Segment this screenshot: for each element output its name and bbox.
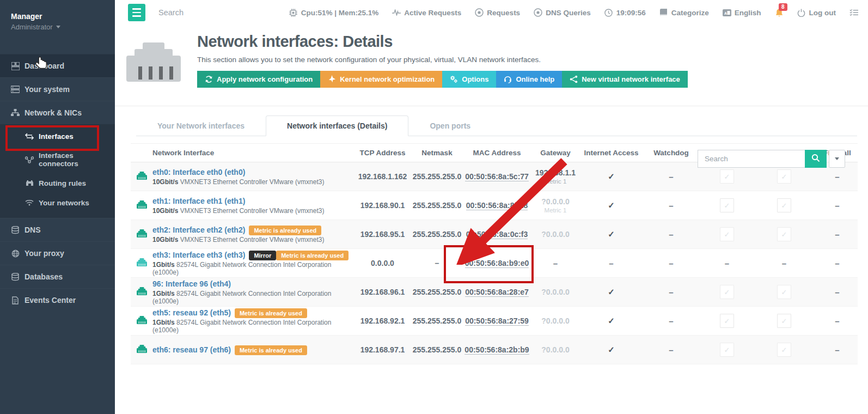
search-icon — [811, 154, 820, 164]
sidebar-item-network-nics[interactable]: Network & NICs — [0, 101, 115, 124]
sidebar-item-interfaces-connectors[interactable]: Interfaces connectors — [0, 146, 115, 173]
ethernet-port-icon — [126, 33, 181, 88]
watchdog-status: – — [643, 201, 700, 210]
tab-network-interfaces-details[interactable]: Network interfaces (Details) — [266, 115, 408, 136]
sidebar-item-your-proxy[interactable]: Your proxy — [0, 241, 115, 265]
badge-dark: Mirror — [249, 251, 276, 260]
interface-link[interactable]: eth6: reseau 97 (eth6) — [152, 345, 231, 354]
logout-button[interactable]: Log out — [797, 8, 836, 17]
page-title: Network interfaces: Details — [197, 33, 868, 51]
tasks-button[interactable] — [849, 8, 858, 17]
chevron-down-icon — [835, 157, 839, 160]
masquerade-checkbox[interactable]: ✓ — [754, 169, 814, 184]
file-icon — [11, 296, 20, 305]
masquerade-checkbox[interactable]: ✓ — [754, 227, 814, 241]
proxy-arp-checkbox[interactable]: ✓ — [700, 343, 754, 357]
sidebar-item-routing-rules[interactable]: Routing rules — [0, 173, 115, 193]
netmask: 255.255.255.0 — [411, 345, 463, 354]
interface-link[interactable]: eth5: reseau 92 (eth5) — [152, 308, 231, 317]
masquerade-checkbox[interactable]: ✓ — [754, 314, 814, 328]
watchdog-status: – — [643, 316, 700, 326]
categorize-link[interactable]: Categorize — [659, 8, 709, 17]
gateway: – — [531, 259, 580, 268]
masquerade-checkbox[interactable]: ✓ — [754, 198, 814, 212]
interface-link[interactable]: eth2: Interface eth2 (eth2) — [152, 226, 245, 234]
apply-network-configuration-button[interactable]: Apply network configuration — [197, 71, 320, 88]
interfaces-table: Network Interface TCP Address Netmask MA… — [131, 143, 858, 364]
proxy-arp-checkbox[interactable]: ✓ — [700, 198, 754, 212]
interface-link[interactable]: 96: Interface 96 (eth4) — [152, 279, 231, 288]
netmask: 255.255.255.0 — [411, 201, 463, 210]
notifications-button[interactable]: 8 — [775, 8, 784, 17]
col-internet-access: Internet Access — [580, 149, 643, 157]
microchip-icon — [289, 8, 298, 17]
interface-link[interactable]: eth0: Interface eth0 (eth0) — [152, 168, 245, 176]
table-search-input[interactable] — [698, 150, 805, 168]
user-block: Manager Administrator — [0, 0, 115, 39]
sidebar-item-events-center[interactable]: Events Center — [0, 288, 115, 312]
mac-address-link[interactable]: 00:50:56:8a:2b:b9 — [464, 345, 529, 355]
hamburger-menu-button[interactable] — [128, 4, 145, 21]
badge-warning: Metric is already used — [249, 226, 321, 235]
tab-open-ports[interactable]: Open ports — [408, 115, 492, 136]
user-name: Manager — [11, 12, 104, 21]
active-requests-link[interactable]: Active Requests — [392, 8, 461, 17]
ethernet-port-icon — [137, 258, 147, 268]
badge-warning: Metric is already used — [276, 251, 349, 260]
sitemap-icon — [11, 108, 20, 117]
sidebar-item-dns[interactable]: DNS — [0, 218, 115, 241]
interface-link[interactable]: eth3: Interface eth3 (eth3) — [152, 251, 245, 259]
mac-address-link[interactable]: 00:50:56:8a:5c:77 — [465, 172, 529, 181]
mac-address-link[interactable]: 00:50:56:8a:27:59 — [465, 316, 529, 326]
proxy-arp-checkbox[interactable]: ✓ — [700, 314, 754, 328]
dns-queries-link[interactable]: DNS Queries — [534, 8, 591, 17]
firewall-status: – — [814, 230, 860, 239]
tab-your-network-interfaces[interactable]: Your Network interfaces — [136, 115, 266, 136]
mac-address-link[interactable]: 00:50:56:8a:28:e7 — [465, 288, 529, 297]
table-search — [698, 150, 845, 168]
options-button[interactable]: Options — [442, 71, 496, 88]
col-netmask: Netmask — [411, 149, 463, 157]
proxy-arp-checkbox[interactable]: – — [700, 259, 754, 268]
proxy-arp-checkbox[interactable]: ✓ — [700, 227, 754, 241]
interface-description: 10Gbit/s VMXNET3 Ethernet Controller VMw… — [152, 178, 351, 186]
new-virtual-network-interface-button[interactable]: New virtual network interface — [562, 71, 688, 88]
mac-address-link[interactable]: 00:50:56:8a:0c:f3 — [466, 230, 528, 239]
watchdog-status: – — [643, 172, 700, 181]
user-role-dropdown[interactable]: Administrator — [11, 23, 104, 31]
sidebar-item-databases[interactable]: Databases — [0, 265, 115, 288]
interface-link[interactable]: eth1: Interface eth1 (eth1) — [152, 197, 245, 205]
interface-description: 10Gbit/s VMXNET3 Ethernet Controller VMw… — [152, 207, 351, 215]
sidebar-item-your-system[interactable]: Your system — [0, 77, 115, 101]
watchdog-status: – — [643, 230, 700, 239]
table-search-options-button[interactable] — [829, 150, 845, 168]
mac-address-link[interactable]: 00:50:56:8a:b9:e0 — [465, 259, 529, 268]
internet-access-status: ✓ — [580, 229, 643, 239]
proxy-arp-checkbox[interactable]: ✓ — [700, 169, 754, 184]
internet-access-status: – — [580, 259, 643, 268]
firewall-status: – — [814, 345, 860, 355]
proxy-arp-checkbox[interactable]: ✓ — [700, 285, 754, 299]
table-search-button[interactable] — [805, 150, 827, 168]
requests-link[interactable]: Requests — [475, 8, 520, 17]
sidebar-item-your-networks[interactable]: Your networks — [0, 193, 115, 212]
table-row: eth6: reseau 97 (eth6) Metric is already… — [131, 336, 858, 364]
sidebar-item-interfaces[interactable]: Interfaces — [0, 126, 115, 146]
masquerade-checkbox[interactable]: ✓ — [754, 343, 814, 357]
page-subtitle: This section allows you to set the netwo… — [197, 56, 868, 64]
netmask: 255.255.255.0 — [411, 316, 463, 325]
ethernet-port-icon — [137, 316, 147, 326]
mac-address-link[interactable]: 00:50:56:8a:8f:28 — [466, 201, 528, 210]
masquerade-checkbox[interactable]: ✓ — [754, 285, 814, 299]
masquerade-checkbox[interactable]: – — [754, 259, 814, 268]
table-row: 96: Interface 96 (eth4) 1Gbit/s 82574L G… — [131, 278, 858, 307]
chevron-down-icon — [56, 26, 60, 28]
global-search-input[interactable] — [158, 8, 278, 17]
sidebar-item-dashboard[interactable]: Dashboard — [0, 54, 115, 77]
language-selector[interactable]: A English — [723, 8, 761, 17]
firewall-status: – — [814, 172, 860, 181]
wifi-icon — [25, 198, 34, 207]
kernel-network-optimization-button[interactable]: Kernel network optimization — [320, 71, 442, 88]
online-help-button[interactable]: Online help — [496, 71, 562, 88]
server-icon — [11, 85, 20, 94]
